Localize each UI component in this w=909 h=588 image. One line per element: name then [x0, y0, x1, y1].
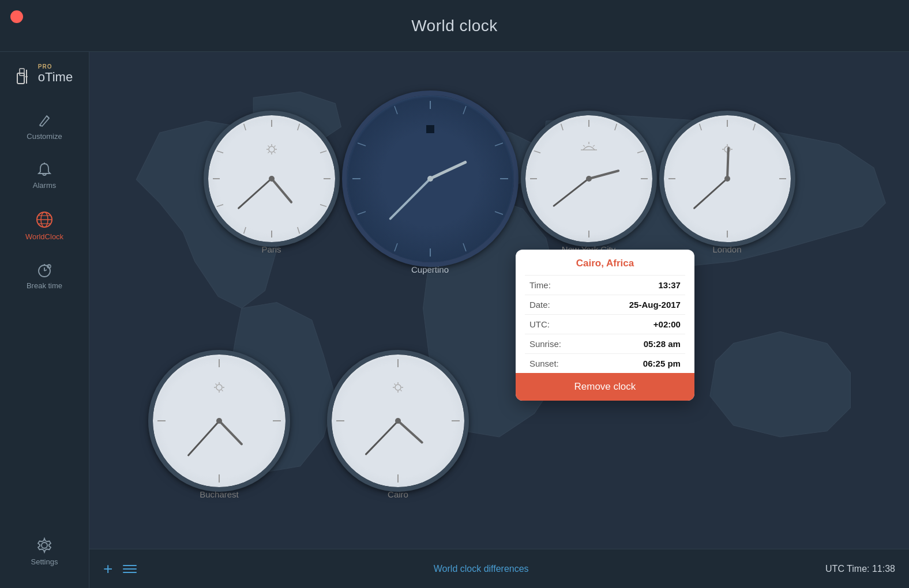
center-dot-paris [269, 176, 275, 182]
close-button[interactable] [10, 10, 23, 23]
sidebar-label-alarms: Alarms [33, 181, 56, 190]
svg-line-35 [297, 227, 299, 233]
popup-row-sunset: Sunset: 06:25 pm [516, 354, 694, 373]
brush-icon [36, 112, 52, 129]
app-logo: PRO oTime [16, 63, 73, 85]
remove-clock-button[interactable]: Remove clock [516, 373, 694, 401]
sidebar-nav: Customize Alarms W [0, 102, 89, 300]
svg-rect-0 [17, 73, 24, 84]
popup-label-sunrise: Sunrise: [529, 339, 561, 349]
popup-row-sunrise: Sunrise: 05:28 am [516, 334, 694, 353]
center-dot-london [724, 176, 730, 182]
globe-icon [35, 210, 54, 229]
svg-line-58 [561, 123, 563, 130]
menu-line-3 [123, 572, 137, 573]
add-clock-button[interactable]: + [103, 561, 112, 577]
center-dot-cairo [395, 418, 401, 424]
sidebar-item-breaktime[interactable]: Break time [0, 251, 89, 300]
center-dot-newyork [586, 176, 592, 182]
menu-button[interactable] [123, 565, 137, 573]
sidebar-label-worldclock: WorldClock [25, 232, 63, 241]
bell-icon [36, 161, 52, 178]
popup-value-time: 13:37 [659, 280, 681, 290]
svg-line-60 [534, 150, 540, 153]
page-title: World clock [411, 17, 498, 35]
titlebar: World clock [0, 0, 909, 52]
clock-newyork[interactable]: New York City [525, 115, 652, 254]
menu-line-1 [123, 565, 137, 566]
svg-line-34 [216, 204, 223, 206]
sidebar-item-customize[interactable]: Customize [0, 102, 89, 151]
center-dot-cupertino [427, 176, 433, 182]
svg-line-71 [699, 123, 701, 130]
popup-label-date: Date: [529, 300, 550, 310]
logo-pro: PRO [38, 63, 73, 70]
sidebar-label-settings: Settings [31, 557, 58, 566]
svg-line-44 [358, 143, 366, 146]
svg-line-70 [753, 123, 755, 130]
sidebar-item-settings[interactable]: Settings [25, 526, 64, 576]
main-content: Paris [89, 52, 909, 588]
svg-line-42 [395, 106, 397, 114]
logo-name: oTime [38, 70, 73, 85]
utc-time-display: UTC Time: 11:38 [825, 564, 895, 574]
svg-rect-1 [20, 69, 24, 76]
clock-cairo[interactable]: Cairo [332, 355, 464, 499]
clocks-area: Paris [89, 52, 909, 588]
world-clock-differences-link[interactable]: World clock differences [434, 564, 529, 574]
sidebar: PRO oTime Customize [0, 52, 89, 588]
popup-label-sunset: Sunset: [529, 359, 559, 368]
popup-card: Cairo, Africa Time: 13:37 Date: 25-Aug-2… [516, 250, 694, 401]
popup-value-sunrise: 05:28 am [644, 339, 681, 349]
popup-city-title: Cairo, Africa [516, 250, 694, 275]
clock-paris[interactable]: Paris [208, 115, 335, 254]
svg-line-41 [463, 106, 466, 114]
svg-line-57 [614, 123, 617, 130]
sidebar-item-worldclock[interactable]: WorldClock [0, 200, 89, 251]
popup-value-utc: +02:00 [653, 319, 681, 329]
svg-line-31 [320, 150, 326, 153]
center-dot-bucharest [216, 418, 222, 424]
popup-row-date: Date: 25-Aug-2017 [516, 295, 694, 314]
popup-label-time: Time: [529, 280, 551, 290]
sidebar-item-alarms[interactable]: Alarms [0, 151, 89, 200]
svg-point-15 [42, 542, 47, 548]
clock-bucharest[interactable]: Bucharest [153, 355, 286, 499]
popup-value-sunset: 06:25 pm [643, 359, 681, 368]
timer-icon [36, 262, 52, 278]
svg-line-29 [297, 123, 299, 130]
clock-london[interactable]: London [664, 115, 791, 254]
clock-cupertino[interactable]: Cupertino [347, 95, 514, 274]
top-clocks-row: Paris [107, 69, 892, 300]
popup-row-time: Time: 13:37 [516, 276, 694, 295]
popup-label-utc: UTC: [529, 319, 550, 329]
bottom-center: World clock differences [137, 564, 825, 574]
sidebar-bottom: Settings [25, 526, 64, 588]
gear-icon [36, 537, 53, 554]
svg-line-47 [463, 243, 466, 251]
app-body: PRO oTime Customize [0, 52, 909, 588]
logo-icon [16, 64, 37, 85]
popup-row-utc: UTC: +02:00 [516, 315, 694, 334]
svg-line-32 [216, 150, 223, 153]
svg-line-48 [395, 243, 397, 251]
svg-line-59 [637, 150, 644, 153]
menu-line-2 [123, 568, 137, 570]
svg-line-43 [495, 143, 503, 146]
sidebar-label-customize: Customize [27, 132, 62, 141]
popup-value-date: 25-Aug-2017 [629, 300, 681, 310]
svg-line-30 [243, 123, 246, 130]
svg-line-46 [358, 212, 366, 214]
svg-line-33 [320, 204, 326, 206]
bottom-bar: + World clock differences UTC Time: 11:3… [89, 549, 909, 588]
svg-line-45 [495, 212, 503, 214]
sidebar-label-breaktime: Break time [27, 281, 62, 290]
bottom-clocks-row: Bucharest [107, 311, 892, 542]
svg-line-36 [243, 227, 246, 233]
